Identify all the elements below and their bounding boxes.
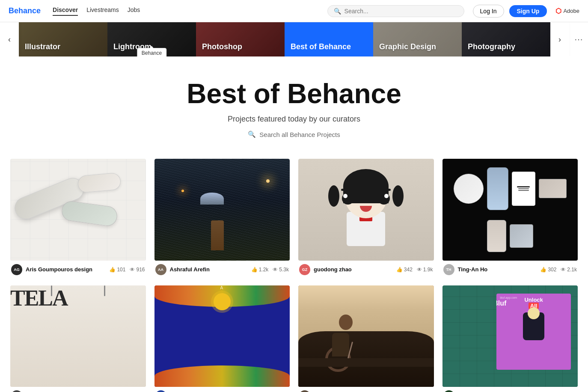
hero-title: Best of Behance [9,79,579,109]
thumb-image-2 [154,159,290,260]
project-card-7[interactable]: PA Photo Artist [298,285,434,392]
like-count-1: 101 [117,267,125,273]
project-author-2: AA Ashraful Arefin [155,264,210,275]
cat-best-label: Best of Behance [285,37,373,56]
search-input[interactable] [344,8,458,15]
avatar-6: CV [155,390,166,392]
hero-search-icon: 🔍 [248,131,256,138]
thumb-image-7 [298,285,434,387]
category-photography[interactable]: Photography [462,22,550,56]
project-card-2[interactable]: AA Ashraful Arefin 👍 1.2k 👁 5.3k [154,159,290,276]
view-count-3: 1.9k [423,267,433,273]
category-bar: ‹ Illustrator Lightroom Behance Photosho… [0,22,588,56]
view-icon-2: 👁 [273,267,278,273]
behance-logo[interactable]: Behance [9,6,41,15]
author-name-2: Ashraful Arefin [170,266,210,273]
thumb-image-6: A ESTÓRIADO SOLE DORINOCERONTE ONDJAKI C… [154,285,290,387]
like-icon-3: 👍 [396,267,403,273]
like-icon-4: 👍 [540,267,546,273]
category-next-button[interactable]: › [550,22,569,56]
project-thumb-8: bluf.app.com Bluf UnlockAll The Do... [442,285,578,387]
project-card-1[interactable]: AG Aris Goumpouros design 👍 101 👁 916 [10,159,146,276]
views-2: 👁 5.3k [273,267,289,273]
nav-actions: Log In Sign Up ⬡ Adobe [473,5,579,18]
thumb-image-8: bluf.app.com Bluf UnlockAll The Do... [442,285,578,387]
adobe-icon: ⬡ [555,7,561,15]
project-author-3: GZ guodong zhao [299,264,352,275]
project-author-7: PA Photo Artist [299,390,345,392]
nav-discover[interactable]: Discover [53,6,78,16]
category-prev-button[interactable]: ‹ [0,22,19,56]
nav-jobs[interactable]: Jobs [128,6,140,16]
thumb-image-4 [442,159,578,260]
project-thumb-1 [10,159,146,260]
project-thumb-2 [154,159,290,260]
avatar-4: TH [443,264,454,275]
avatar-8: DS [443,390,454,392]
category-best-of-behance[interactable]: Best of Behance [285,22,373,56]
avatar-initials-3: GZ [302,267,308,272]
project-stats-2: 👍 1.2k 👁 5.3k [251,267,289,273]
cat-photoshop-label: Photoshop [196,37,285,56]
signup-button[interactable]: Sign Up [509,5,547,17]
more-dots-icon: ⋯ [574,34,583,45]
project-card-6[interactable]: A ESTÓRIADO SOLE DORINOCERONTE ONDJAKI C… [154,285,290,392]
category-illustrator[interactable]: Illustrator [19,22,107,56]
login-button[interactable]: Log In [473,5,504,18]
view-count-4: 2.1k [567,267,577,273]
like-count-2: 1.2k [259,267,269,273]
category-items: Illustrator Lightroom Behance Photoshop … [19,22,550,56]
project-stats-1: 👍 101 👁 916 [109,267,145,273]
project-author-4: TH Ting-An Ho [443,264,488,275]
thumb-image-1 [10,159,146,260]
project-thumb-7 [298,285,434,387]
nav-links: Discover Livestreams Jobs [53,6,140,16]
project-card-8[interactable]: bluf.app.com Bluf UnlockAll The Do... [442,285,578,392]
navigation: Behance Discover Livestreams Jobs 🔍 Log … [0,0,588,22]
nav-livestreams[interactable]: Livestreams [86,6,119,16]
like-icon-2: 👍 [251,267,258,273]
search-icon: 🔍 [334,8,341,15]
avatar-5: TS [11,390,22,392]
lightroom-tooltip: Behance [137,48,166,56]
category-graphic-design[interactable]: Graphic Design [373,22,462,56]
project-card-5[interactable]: TELA WWW.TELATELATELA.COM ® TS TELA Stud… [10,285,146,392]
likes-2: 👍 1.2k [251,267,269,273]
views-1: 👁 916 [130,267,145,273]
project-author-5: TS TELA Studio [11,390,59,392]
project-meta-1: AG Aris Goumpouros design 👍 101 👁 916 [10,261,146,277]
avatar-initials-2: AA [158,267,163,272]
project-stats-3: 👍 342 👁 1.9k [396,267,433,273]
project-thumb-4 [442,159,578,260]
hero-search-link[interactable]: 🔍 Search all Behance Projects [9,131,579,138]
category-photoshop[interactable]: Photoshop [196,22,285,56]
project-card-4[interactable]: TH Ting-An Ho 👍 302 👁 2.1k [442,159,578,276]
avatar-1: AG [11,264,22,275]
project-author-8: DS Design Studio [443,390,495,392]
thumb-image-3: 19 [298,159,434,260]
project-meta-4: TH Ting-An Ho 👍 302 👁 2.1k [442,261,578,277]
author-name-4: Ting-An Ho [458,266,488,273]
project-author-6: CV Catalina Vasquez [155,390,215,392]
view-icon-3: 👁 [417,267,422,273]
adobe-brand: ⬡ Adobe [555,7,579,15]
project-meta-8: DS Design Studio [442,387,578,392]
view-count-1: 916 [136,267,145,273]
hero-subtitle: Projects featured today by our curators [9,115,579,124]
likes-4: 👍 302 [540,267,556,273]
category-more-button[interactable]: ⋯ [569,22,588,56]
cat-graphic-label: Graphic Design [373,37,462,56]
view-count-2: 5.3k [279,267,289,273]
project-meta-7: PA Photo Artist [298,387,434,392]
project-meta-6: CV Catalina Vasquez [154,387,290,392]
project-thumb-5: TELA WWW.TELATELATELA.COM ® [10,285,146,387]
avatar-initials-1: AG [14,267,20,272]
project-card-3[interactable]: 19 [298,159,434,276]
project-stats-4: 👍 302 👁 2.1k [540,267,577,273]
category-lightroom[interactable]: Lightroom Behance [107,22,196,56]
views-4: 👁 2.1k [561,267,577,273]
thumb-image-5: TELA WWW.TELATELATELA.COM ® [10,285,146,387]
like-count-4: 302 [548,267,556,273]
project-meta-5: TS TELA Studio [10,387,146,392]
global-search[interactable]: 🔍 [327,5,464,17]
